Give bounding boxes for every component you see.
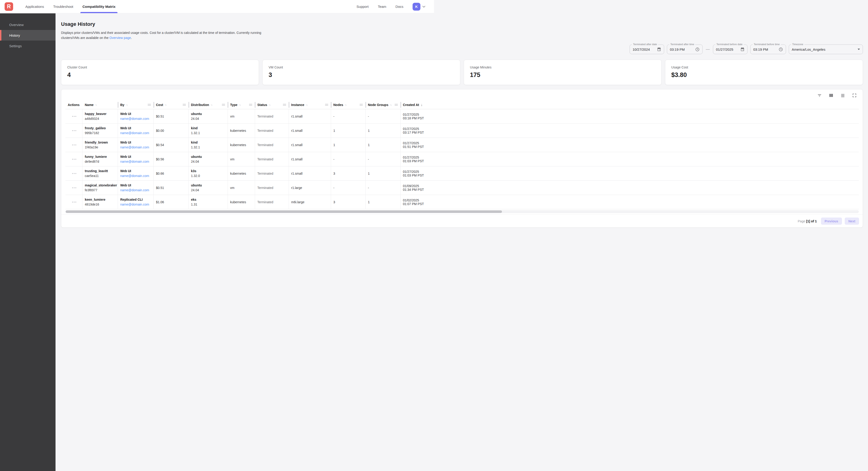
column-header-distribution[interactable]: Distribution↑↓ — [189, 100, 228, 109]
nav-item-applications[interactable]: Applications — [23, 0, 46, 13]
stat-card-cluster-count: Cluster Count 4 — [61, 60, 259, 85]
nav-link-support[interactable]: Support — [356, 5, 369, 8]
created-by-source: Web UI — [120, 154, 152, 159]
column-header-node-groups[interactable]: Node Groups↑↓ — [366, 100, 401, 109]
column-header-type[interactable]: Type↑↓ — [228, 100, 255, 109]
overview-page-link[interactable]: Overview page — [110, 36, 131, 40]
created-date: 01/27/2025 — [403, 113, 434, 116]
column-resize-handle[interactable] — [283, 104, 286, 106]
row-actions-button[interactable] — [71, 115, 78, 118]
email-link[interactable]: name@domain.com — [120, 116, 152, 121]
cluster-id: 1f40a19e — [85, 145, 116, 150]
nav-item-compatibility-matrix[interactable]: Compatibility Matrix — [81, 0, 118, 13]
table-row: happy_beaver a48d9324 Web UI name@domain… — [65, 109, 434, 123]
nav-link-docs[interactable]: Docs — [396, 5, 403, 8]
name-cell: magical_stonebraker fe3f8977 — [83, 181, 118, 195]
column-header-by[interactable]: By↑↓ — [118, 100, 154, 109]
email-link[interactable]: name@domain.com — [120, 188, 152, 193]
usage-table-card: Actions Name↑↓ By↑↓ Cost↑↓ Distribution↑… — [61, 89, 434, 228]
column-header-instance[interactable]: Instance↑↓ — [289, 100, 331, 109]
distribution-version: 24.04 — [191, 116, 226, 121]
email-link[interactable]: name@domain.com — [120, 202, 152, 207]
column-resize-handle[interactable] — [249, 104, 252, 106]
sidebar-item-settings[interactable]: Settings — [0, 40, 56, 51]
instance-cell: r1.small — [289, 166, 331, 180]
cluster-name: keen_lumiere — [85, 197, 116, 202]
type-cell: vm — [228, 152, 255, 166]
column-resize-handle[interactable] — [325, 104, 328, 106]
column-resize-handle[interactable] — [222, 104, 225, 106]
sort-icon[interactable]: ↑↓ — [306, 103, 307, 107]
sort-icon[interactable]: ↑↓ — [164, 103, 166, 107]
row-actions-button[interactable] — [71, 172, 78, 175]
name-cell: happy_beaver a48d9324 — [83, 109, 118, 123]
type-cell: kubernetes — [228, 138, 255, 152]
sort-icon[interactable]: ↑↓ — [126, 103, 127, 107]
table-footer: Page [1] of 1 Previous Next — [61, 214, 434, 228]
topbar: R Applications Troubleshoot Compatibilit… — [0, 0, 434, 13]
column-resize-handle[interactable] — [395, 104, 398, 106]
table-row: frosty_galileo 995b7182 Web UI name@doma… — [65, 123, 434, 138]
distribution-name: ubuntu — [191, 112, 226, 116]
table-row: friendly_brown 1f40a19e Web UI name@doma… — [65, 138, 434, 152]
created-at-cell: 01/27/2025 03:17 PM PST — [401, 123, 434, 138]
status-badge: Terminated — [257, 172, 287, 175]
cluster-id: fe3f8977 — [85, 188, 116, 193]
row-actions-button[interactable] — [71, 143, 78, 147]
row-actions-button[interactable] — [71, 129, 78, 133]
sidebar: Overview History Settings — [0, 13, 56, 235]
cluster-name: trusting_leavitt — [85, 169, 116, 174]
email-link[interactable]: name@domain.com — [120, 174, 152, 178]
sort-icon[interactable]: ↑↓ — [211, 103, 212, 107]
cluster-id: de9ed87d — [85, 159, 116, 164]
row-actions-button[interactable] — [71, 186, 78, 189]
column-resize-handle[interactable] — [360, 104, 363, 106]
column-header-created-at[interactable]: Created At↓ — [401, 100, 434, 109]
by-cell: Replicated CLI name@domain.com — [118, 195, 154, 209]
distribution-name: k3s — [191, 169, 226, 174]
by-cell: Web UI name@domain.com — [118, 152, 154, 166]
sort-icon[interactable]: ↑↓ — [239, 103, 241, 107]
filter-bar: Terminated after date 10/27/2024 Termina… — [61, 45, 434, 54]
column-header-status[interactable]: Status↑↓ — [255, 100, 289, 109]
nav-item-troubleshoot[interactable]: Troubleshoot — [51, 0, 75, 13]
horizontal-scrollbar[interactable] — [65, 210, 434, 213]
email-link[interactable]: name@domain.com — [120, 145, 152, 150]
app-logo[interactable]: R — [5, 2, 13, 11]
main-content: Usage History Displays prior clusters/VM… — [56, 13, 434, 235]
avatar[interactable]: K — [412, 3, 421, 10]
sidebar-item-history[interactable]: History — [0, 30, 56, 40]
sort-icon[interactable]: ↑↓ — [95, 103, 96, 107]
sort-icon[interactable]: ↑↓ — [390, 103, 392, 107]
column-resize-handle[interactable] — [183, 104, 186, 106]
email-link[interactable]: name@domain.com — [120, 159, 152, 164]
created-time: 01:03 PM PST — [403, 174, 434, 177]
account-menu[interactable]: K — [412, 3, 426, 10]
stat-label: VM Count — [269, 65, 434, 69]
sidebar-item-overview[interactable]: Overview — [0, 19, 56, 30]
row-actions-button[interactable] — [71, 157, 78, 161]
sort-descending-icon[interactable]: ↓ — [421, 103, 423, 107]
name-cell: frosty_galileo 995b7182 — [83, 123, 118, 138]
email-link[interactable]: name@domain.com — [120, 131, 152, 136]
scrollbar-thumb[interactable] — [66, 210, 434, 213]
status-cell: Terminated — [255, 123, 289, 138]
column-resize-handle[interactable] — [148, 104, 151, 106]
table-toolbar — [61, 89, 434, 100]
nav-link-team[interactable]: Team — [378, 5, 386, 8]
column-header-nodes[interactable]: Nodes↑↓ — [331, 100, 366, 109]
column-header-cost[interactable]: Cost↑↓ — [154, 100, 189, 109]
cost-cell: $0.00 — [154, 123, 189, 138]
created-at-cell: 01/27/2025 01:51 PM PST — [401, 138, 434, 152]
cluster-name: friendly_brown — [85, 140, 116, 145]
distribution-cell: ubuntu 24.04 — [189, 152, 228, 166]
sort-icon[interactable]: ↑↓ — [345, 103, 346, 107]
row-actions-button[interactable] — [71, 200, 78, 204]
column-header-name[interactable]: Name↑↓ — [83, 100, 118, 109]
distribution-name: eks — [191, 197, 226, 202]
distribution-version: 1.31 — [191, 202, 226, 207]
page-description-suffix: . — [131, 36, 132, 40]
node-groups-cell: - — [366, 181, 401, 195]
stat-cards: Cluster Count 4 VM Count 3 Usage Minutes… — [61, 60, 434, 85]
sort-icon[interactable]: ↑↓ — [269, 103, 270, 107]
